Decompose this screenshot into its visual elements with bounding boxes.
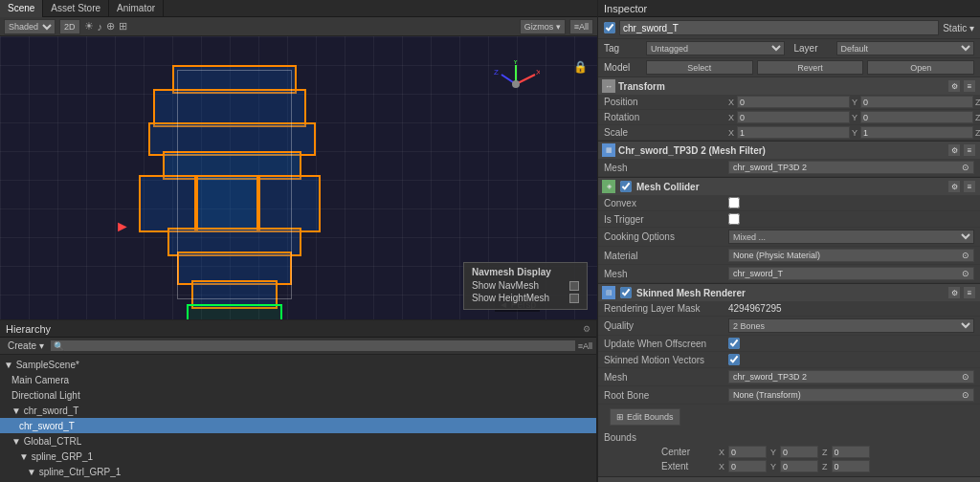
- update-offscreen-checkbox[interactable]: [728, 338, 740, 349]
- extent-y-input[interactable]: [780, 460, 818, 472]
- inspector-header: Inspector: [598, 0, 980, 17]
- position-x-input[interactable]: [737, 96, 850, 108]
- tab-scene[interactable]: Scene: [0, 0, 43, 17]
- rotation-z-axis: Z: [975, 113, 980, 122]
- bounds-center-label: Center: [661, 447, 719, 457]
- meshcollider-settings-icon[interactable]: ⚙: [947, 180, 961, 193]
- object-name-input[interactable]: [619, 20, 939, 35]
- create-button[interactable]: Create ▾: [4, 340, 48, 351]
- center-y-input[interactable]: [780, 446, 818, 458]
- select-button[interactable]: Select: [646, 60, 753, 75]
- hier-item-splinectrl1[interactable]: ▼ spline_Ctrl_GRP_1: [0, 464, 596, 479]
- open-button[interactable]: Open: [867, 60, 974, 75]
- meshfilter-header[interactable]: ▦ Chr_sword_TP3D 2 (Mesh Filter) ⚙ ≡: [598, 142, 980, 159]
- rotation-x-input[interactable]: [737, 111, 850, 123]
- transform-settings-icon[interactable]: ⚙: [947, 79, 961, 93]
- navmesh-height-checkbox[interactable]: [569, 294, 579, 303]
- root-bone-browse[interactable]: ⊙: [962, 390, 969, 400]
- cooking-options-select[interactable]: Mixed ...: [728, 230, 974, 244]
- hierarchy-title: Hierarchy: [6, 323, 51, 335]
- tab-animator[interactable]: Animator: [109, 0, 164, 17]
- bounds-icon: ⊞: [616, 412, 624, 422]
- hier-item-chrsword[interactable]: ▼ chr_sword_T: [0, 403, 596, 418]
- tag-select[interactable]: Untagged: [646, 41, 785, 55]
- center-x-axis: X: [719, 448, 724, 457]
- viewport[interactable]: ► X Y Z 🔒 ◄ Persp: [0, 36, 597, 319]
- object-name-row: Static ▾: [598, 17, 980, 39]
- static-label[interactable]: Static ▾: [943, 23, 974, 33]
- skinned-motion-checkbox[interactable]: [728, 354, 740, 365]
- lock-icon[interactable]: 🔒: [573, 60, 588, 74]
- revert-button[interactable]: Revert: [757, 60, 864, 75]
- extent-z-axis: Z: [822, 462, 828, 471]
- skinned-motion-row: Skinned Motion Vectors: [598, 352, 980, 368]
- all-filter-button[interactable]: ≡All: [569, 19, 593, 34]
- meshcollider-header[interactable]: ◈ Mesh Collider ⚙ ≡: [598, 178, 980, 195]
- hier-item-globalctrl[interactable]: ▼ Global_CTRL: [0, 433, 596, 449]
- transform-title: Transform: [618, 81, 945, 92]
- 2d-button[interactable]: 2D: [59, 19, 80, 34]
- navmesh-checkbox[interactable]: [569, 281, 579, 291]
- center-z-input[interactable]: [832, 446, 870, 458]
- mesh-filter-mesh-row: Mesh chr_sword_TP3D 2 ⊙: [598, 159, 980, 177]
- collider-material-label: Material: [604, 251, 728, 261]
- layer-select[interactable]: Default: [836, 41, 975, 55]
- overlay-icon[interactable]: ⊞: [119, 20, 127, 33]
- mesh-filter-mesh-label: Mesh: [604, 163, 728, 173]
- extent-z-input[interactable]: [832, 460, 870, 472]
- collider-material-value: None (Physic Material): [733, 251, 820, 260]
- mesh-filter-browse-icon[interactable]: ⊙: [962, 163, 969, 172]
- collider-mesh-browse[interactable]: ⊙: [962, 269, 969, 278]
- hier-item-dirlight[interactable]: Directional Light: [0, 387, 596, 403]
- tab-asset-store[interactable]: Asset Store: [43, 0, 109, 17]
- shaded-select[interactable]: Shaded: [4, 19, 56, 34]
- light-icon[interactable]: ☀: [84, 20, 94, 33]
- extent-x-input[interactable]: [728, 460, 767, 472]
- navmesh-height-label: Show HeightMesh: [472, 293, 549, 303]
- edit-bounds-button[interactable]: ⊞ Edit Bounds: [610, 408, 680, 426]
- navmesh-show-label: Show NavMesh: [472, 280, 539, 291]
- is-trigger-checkbox[interactable]: [728, 213, 740, 225]
- center-x-input[interactable]: [728, 446, 767, 458]
- hierarchy-settings-icon[interactable]: ⚙: [583, 324, 590, 334]
- convex-checkbox[interactable]: [728, 197, 740, 208]
- scale-y-axis: Y: [852, 128, 859, 138]
- svg-text:Z: Z: [494, 68, 499, 77]
- meshcollider-menu-icon[interactable]: ≡: [963, 180, 976, 193]
- root-bone-row: Root Bone None (Transform) ⊙: [598, 386, 980, 405]
- meshfilter-section: ▦ Chr_sword_TP3D 2 (Mesh Filter) ⚙ ≡ Mes…: [598, 142, 980, 178]
- transform-menu-icon[interactable]: ≡: [963, 79, 976, 93]
- extent-x-axis: X: [719, 462, 724, 471]
- skinned-mesh-header[interactable]: ▤ Skinned Mesh Renderer ⚙ ≡: [598, 284, 980, 301]
- meshfilter-settings-icon[interactable]: ⚙: [947, 143, 961, 157]
- update-offscreen-label: Update When Offscreen: [604, 339, 728, 349]
- collider-material-browse[interactable]: ⊙: [962, 251, 969, 260]
- lighting-header[interactable]: Lighting: [598, 477, 980, 482]
- skinned-mesh-browse[interactable]: ⊙: [962, 372, 969, 382]
- hier-item-chrsword-child[interactable]: chr_sword_T: [0, 418, 596, 433]
- scale-row: Scale X Y Z: [598, 125, 980, 141]
- skinned-mesh-mesh-row: Mesh chr_sword_TP3D 2 ⊙: [598, 368, 980, 386]
- rotation-y-input[interactable]: [860, 111, 973, 123]
- effects-icon[interactable]: ⊕: [106, 20, 115, 33]
- gizmos-button[interactable]: Gizmos ▾: [520, 19, 566, 34]
- audio-icon[interactable]: ♪: [98, 21, 103, 33]
- hier-item-samplescene[interactable]: ▼ SampleScene*: [0, 357, 596, 372]
- skinned-mesh-active-checkbox[interactable]: [620, 287, 632, 298]
- skinned-mesh-settings-icon[interactable]: ⚙: [947, 286, 961, 299]
- navmesh-height-item: Show HeightMesh: [472, 293, 579, 303]
- object-active-checkbox[interactable]: [604, 22, 615, 33]
- rotation-label: Rotation: [604, 112, 728, 122]
- transform-header[interactable]: ↔ Transform ⚙ ≡: [598, 77, 980, 95]
- quality-select[interactable]: 2 Bones: [728, 318, 974, 333]
- meshcollider-active-checkbox[interactable]: [620, 181, 632, 192]
- hier-item-splinegrp1[interactable]: ▼ spline_GRP_1: [0, 449, 596, 464]
- position-y-input[interactable]: [860, 96, 973, 108]
- hierarchy-all-filter[interactable]: ≡All: [578, 341, 592, 351]
- scale-y-input[interactable]: [860, 126, 973, 139]
- scale-x-input[interactable]: [737, 126, 850, 139]
- skinned-mesh-menu-icon[interactable]: ≡: [963, 286, 976, 299]
- meshfilter-menu-icon[interactable]: ≡: [963, 143, 976, 157]
- bounds-extent-label: Extent: [661, 461, 719, 471]
- hier-item-maincamera[interactable]: Main Camera: [0, 372, 596, 387]
